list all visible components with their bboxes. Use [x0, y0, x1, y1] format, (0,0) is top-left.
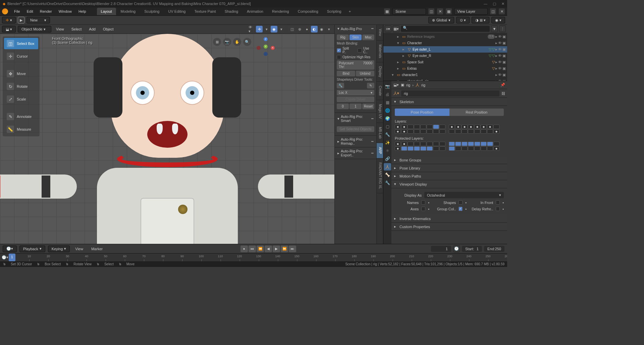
keyframe-next-icon[interactable]: ⏩ [281, 246, 288, 252]
gizmo-dropdown[interactable]: ▾ [263, 26, 270, 32]
layer-cell[interactable] [481, 129, 487, 134]
layer-cell[interactable] [481, 125, 487, 129]
tree-item[interactable]: ▸▽Eye outer_R▽▽▸👁▣ [383, 53, 507, 59]
layer-cell[interactable] [462, 125, 468, 129]
layer-cell[interactable] [401, 146, 407, 151]
names-checkbox[interactable] [421, 200, 425, 205]
ptab-armature-icon[interactable]: 人 [384, 163, 391, 170]
shading-solid-icon[interactable]: ● [304, 26, 310, 32]
layer-cell[interactable] [481, 146, 487, 151]
workspace-tab-animation[interactable]: Animation [243, 8, 267, 15]
arp-remap-header[interactable]: ▸ Auto-Rig Pro: Remap..┅ [335, 136, 376, 147]
shading-dropdown[interactable]: ▾ [326, 26, 332, 32]
layer-cell[interactable] [449, 129, 455, 134]
play-forward-icon[interactable]: ▶ [273, 246, 280, 252]
layer-cell[interactable] [449, 125, 455, 129]
layer-cell[interactable] [493, 125, 499, 129]
layer-cell[interactable] [462, 146, 468, 151]
timeline-view-menu[interactable]: View [72, 246, 86, 252]
layer-cell[interactable] [408, 146, 414, 151]
polycount-field[interactable]: Polycount Thr:70000 [337, 60, 374, 70]
ntab-radiantrig[interactable]: RADIANT RIG XL [377, 158, 383, 193]
layer-cell[interactable] [487, 142, 493, 146]
tool-cursor[interactable]: ✛Cursor [4, 51, 38, 62]
outliner-editor-icon[interactable]: ≡▾ [385, 25, 391, 32]
workspace-tab-sculpting[interactable]: Sculpting [140, 8, 163, 15]
infront-checkbox[interactable] [496, 200, 500, 205]
get-selected-button[interactable]: Get Selected Objects [337, 126, 374, 132]
ptab-constraints-icon[interactable]: 🔗 [384, 155, 391, 162]
poselibrary-header[interactable]: ▸Pose Library [391, 164, 507, 172]
axis-gizmo[interactable]: Z Y X [256, 37, 276, 57]
layer-cell[interactable] [439, 142, 445, 146]
outliner-menu-icon[interactable]: ⋮ [499, 25, 506, 32]
workspace-tab-scripting[interactable]: Scripting [323, 8, 345, 15]
layer-cell[interactable] [427, 125, 433, 129]
tool-rotate[interactable]: ↻Rotate [4, 81, 38, 92]
scene-new-icon[interactable]: ◫ [428, 8, 435, 15]
layer-cell[interactable] [474, 142, 480, 146]
layer-cell[interactable] [420, 129, 426, 134]
ntab-view[interactable]: View [377, 25, 383, 41]
shapes-checkbox[interactable] [459, 200, 463, 205]
arp-export-header[interactable]: ▸ Auto-Rig Pro: Export..┅ [335, 147, 376, 159]
layer-cell[interactable] [474, 146, 480, 151]
menu-help[interactable]: Help [76, 8, 89, 14]
workspace-tab-modeling[interactable]: Modeling [117, 8, 140, 15]
layer-cell[interactable] [433, 125, 439, 129]
layer-cell[interactable] [414, 129, 420, 134]
layer-cell[interactable] [395, 129, 401, 134]
layer-cell[interactable] [414, 142, 420, 146]
snap-dropdown[interactable]: ◑ ⊞ ▾ [472, 17, 489, 23]
scene-browse-icon[interactable]: ▦ [384, 8, 390, 15]
current-frame-field[interactable]: 1 [431, 246, 451, 252]
start-frame-field[interactable]: Start:1 [462, 246, 482, 252]
tree-item[interactable]: ▾▭character1_rig▸👁▣ [383, 78, 507, 81]
layer-cell[interactable] [420, 125, 426, 129]
workspace-tab-rendering[interactable]: Rendering [268, 8, 293, 15]
layer-cell[interactable] [455, 129, 461, 134]
unbind-button[interactable]: Unbind [356, 71, 374, 76]
tool-move[interactable]: ✥Move [4, 68, 38, 79]
workspace-tab-layout[interactable]: Layout [97, 8, 116, 15]
layer-cell[interactable] [474, 125, 480, 129]
editor-type-dropdown[interactable]: ⬓ ▾ [2, 26, 16, 32]
pose-position-button[interactable]: Pose Position [395, 109, 449, 116]
groupcol-checkbox[interactable] [459, 207, 463, 211]
viewlayer-name-field[interactable]: View Layer [454, 8, 488, 15]
layer-cell[interactable] [487, 129, 493, 134]
shading-wireframe-icon[interactable]: ⊕ [296, 26, 303, 32]
ntab-materials[interactable]: Materials [377, 41, 383, 63]
timeline-playhead[interactable]: 1 [9, 254, 15, 261]
timeline-ruler[interactable]: 🕐▾ 0102030405060708090100110120130140150… [0, 253, 507, 261]
layer-cell[interactable] [462, 129, 468, 134]
maximize-icon[interactable]: ▢ [493, 2, 496, 6]
layer-cell[interactable] [433, 146, 439, 151]
use-c-checkbox[interactable] [358, 48, 362, 53]
outliner-display-icon[interactable]: ▦▾ [393, 25, 399, 32]
layer-cell[interactable] [455, 125, 461, 129]
menu-window[interactable]: Window [56, 8, 74, 14]
viewport-pan-icon[interactable]: ✋ [233, 38, 241, 46]
layer-cell[interactable] [427, 146, 433, 151]
data-link-icon[interactable]: ⛓ [501, 91, 505, 95]
layer-cell[interactable] [414, 146, 420, 151]
overlay-dropdown[interactable]: ▾ [278, 26, 285, 32]
driver-val1[interactable]: 1 [350, 104, 362, 109]
tree-item[interactable]: ▸▭Reference Images▽ 4▸👁▣ [383, 33, 507, 40]
layer-cell[interactable] [408, 142, 414, 146]
layer-cell[interactable] [433, 142, 439, 146]
tool-measure[interactable]: 📏Measure [4, 124, 38, 135]
cursor-tool-dropdown[interactable]: ✛ ▾ [2, 17, 16, 23]
xray-icon[interactable]: ◫ [289, 26, 296, 32]
end-frame-field[interactable]: End:250 [484, 246, 504, 252]
locx-dropdown[interactable]: Loc X▾ [337, 90, 374, 95]
playback-menu[interactable]: Playback ▾ [19, 246, 45, 252]
ptab-output-icon[interactable]: 🖨 [384, 91, 391, 98]
layer-cell[interactable] [493, 142, 499, 146]
layer-cell[interactable] [395, 142, 401, 146]
close-icon[interactable]: ✕ [501, 2, 504, 6]
workspace-tab-texturepaint[interactable]: Texture Paint [190, 8, 220, 15]
ptab-physics-icon[interactable]: ⚛ [384, 147, 391, 154]
jump-start-icon[interactable]: ⏮ [249, 246, 256, 252]
